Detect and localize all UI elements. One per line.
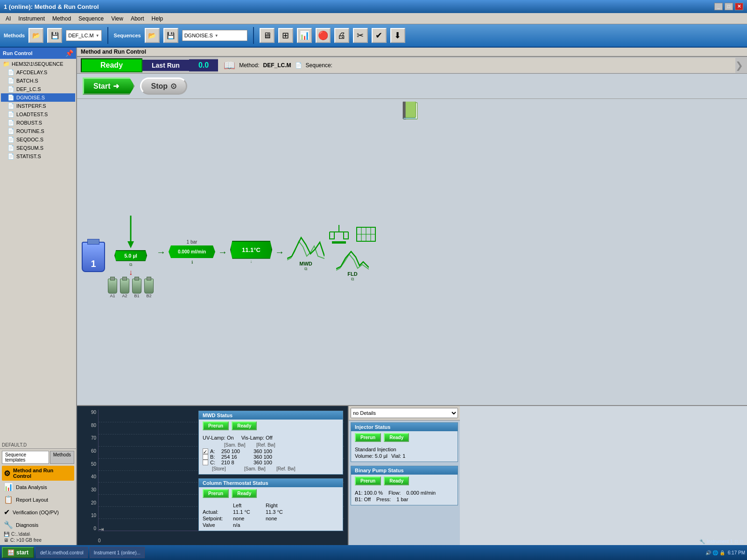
nav-diagnosis[interactable]: 🔧 Diagnosis [2,518,74,531]
ylabel-30: 30 [91,487,96,492]
menu-method[interactable]: Method [49,14,75,23]
bottle-a1[interactable]: A1 [108,279,117,298]
status-last-run: Last Run [142,60,189,71]
column-ready-btn[interactable]: Ready [232,489,257,498]
mwd-expand-icon[interactable]: ⧉ [304,266,307,272]
menu-help[interactable]: Help [148,14,167,23]
menu-ai[interactable]: AI [2,14,14,23]
sequences-save-btn[interactable]: 💾 [163,28,178,43]
pump-btn-row: Prerun Ready [351,475,458,487]
taskbar-btn-1[interactable]: def.lc.method.control [36,547,88,558]
column-component[interactable]: 11.1°C ↓ [230,241,272,264]
start-button[interactable]: Start ➜ [83,77,134,95]
chart-import-icon[interactable]: ⇥ [99,525,104,533]
nav-report-layout[interactable]: 📋 Report Layout [2,493,74,506]
bottle-b1[interactable]: B1 [132,279,141,298]
pump-expand-icon[interactable]: ℹ [191,260,193,265]
balance-component[interactable] [327,223,378,246]
mwd-ch-c-check[interactable] [203,460,208,465]
menu-abort[interactable]: Abort [127,14,148,23]
sidebar-item-seqsum[interactable]: 📄 SEQSUM.S [1,144,75,152]
nav-data-analysis[interactable]: 📊 Data Analysis [2,481,74,493]
sequence-icon: 📄 [295,62,302,69]
taskbar-windows-icon: 🪟 [7,549,14,556]
minimize-btn[interactable]: _ [714,3,723,10]
window-controls[interactable]: _ □ ✕ [714,3,743,10]
toolbar-separator-2 [253,27,254,44]
method-file-combo[interactable]: DEF_LC.M ▼ [66,30,101,41]
tab-methods[interactable]: Methods [50,451,74,464]
vial-image: 1 [82,242,105,272]
sidebar-item-robust[interactable]: 📄 ROBUST.S [1,119,75,127]
menu-view[interactable]: View [107,14,127,23]
bottle-a2[interactable]: A2 [120,279,129,298]
toolbar-btn-7[interactable]: ✔ [372,28,387,43]
toolbar-btn-2[interactable]: ⊞ [278,28,293,43]
injector-ready-btn[interactable]: Ready [384,433,409,442]
mwd-ch-b-check[interactable] [203,454,208,460]
mwd-ready-btn[interactable]: Ready [232,421,257,430]
sidebar-pin-icon[interactable]: 📌 [65,49,73,57]
methods-save-btn[interactable]: 💾 [47,28,62,43]
right-panel-select[interactable]: no Details [351,408,458,418]
sidebar-item-seqdoc[interactable]: 📄 SEQDOC.S [1,135,75,144]
bottle-b1-label: B1 [134,294,139,298]
taskbar-btn-2[interactable]: Instrument 1 (online)... [90,547,145,558]
menu-sequence[interactable]: Sequence [75,14,107,23]
injector-prerun-btn[interactable]: Prerun [355,433,381,442]
bottle-b2[interactable]: B2 [144,279,154,298]
sequence-combo-arrow[interactable]: ▼ [215,34,218,38]
toolbar-btn-8[interactable]: ⬇ [390,28,405,43]
mwd-ch-a-check[interactable]: ✓ [203,448,208,454]
sequence-file-combo[interactable]: DGNOISE.S ▼ [182,30,247,41]
mwd-ch-b-name: B: [210,454,219,460]
sidebar-item-instperf[interactable]: 📄 INSTPERF.S [1,102,75,110]
instrument-panel: Start ➜ Stop ⊙ 📗 1 [77,74,747,545]
ylabel-70: 70 [91,435,96,441]
vial-component[interactable]: 1 [82,242,105,272]
mwd-component[interactable]: MWD ⧉ [287,233,324,272]
toolbar-btn-6[interactable]: ✂ [353,28,368,43]
pump-flow-box[interactable]: 0.000 ml/min [169,245,215,258]
sequences-open-btn[interactable]: 📂 [145,28,160,43]
sidebar-item-routine[interactable]: 📄 ROUTINE.S [1,127,75,135]
sidebar-item-afcdelay[interactable]: 📄 AFCDELAY.S [1,68,75,77]
nav-method-run-control[interactable]: ⚙ Method and Run Control [2,466,74,481]
fld-expand-icon[interactable]: ⧉ [351,277,354,282]
path-label: 💾 C:..\data\ [2,531,74,537]
maximize-btn[interactable]: □ [725,3,733,10]
column-expand-icon[interactable]: ↓ [250,259,253,264]
taskbar-start-btn[interactable]: 🪟 start [2,547,34,558]
mwd-status-panel: MWD Status Prerun Ready UV-Lamp: On V [198,411,343,531]
toolbar-btn-1[interactable]: 🖥 [260,28,275,43]
mwd-prerun-btn[interactable]: Prerun [203,421,229,430]
tab-sequence-templates[interactable]: Sequence templates [2,451,49,464]
pump-component[interactable]: 1 bar 0.000 ml/min ℹ [169,239,215,265]
nav-verification[interactable]: ✔ Verification (OQ/PV) [2,506,74,518]
injector-section[interactable]: 5.0 µl ⧉ ↓ A1 [108,216,154,298]
sidebar-item-loadtest[interactable]: 📄 LOADTEST.S [1,110,75,119]
close-btn[interactable]: ✕ [735,3,743,10]
injector-box[interactable]: 5.0 µl [114,250,147,261]
column-valve-row: Valve n/a [203,522,339,528]
fld-component[interactable]: FLD ⧉ [336,248,369,282]
toolbar-btn-5[interactable]: 🖨 [334,28,349,43]
stop-button[interactable]: Stop ⊙ [140,77,187,95]
pump-ready-btn[interactable]: Ready [384,476,409,485]
sidebar-item-sequence-folder[interactable]: 📁 HEM32\1\SEQUENCE [1,60,75,68]
sidebar-item-deflc[interactable]: 📄 DEF_LC.S [1,85,75,93]
methods-open-btn[interactable]: 📂 [28,28,43,43]
sidebar-item-statist[interactable]: 📄 STATIST.S [1,152,75,161]
sidebar-item-dgnoise[interactable]: 📄 DGNOISE.S [1,93,75,102]
method-combo-arrow[interactable]: ▼ [96,34,99,38]
column-temp: 11.1°C [242,246,261,253]
injector-expand-icon[interactable]: ⧉ [129,262,132,267]
toolbar-btn-4[interactable]: 🔴 [316,28,331,43]
column-valve-val: n/a [233,522,266,528]
sidebar-item-batch[interactable]: 📄 BATCH.S [1,77,75,85]
toolbar-btn-3[interactable]: 📊 [297,28,312,43]
column-temp-box[interactable]: 11.1°C [230,241,272,259]
menu-instrument[interactable]: Instrument [14,14,49,23]
column-prerun-btn[interactable]: Prerun [203,489,229,498]
pump-prerun-btn[interactable]: Prerun [355,476,381,485]
